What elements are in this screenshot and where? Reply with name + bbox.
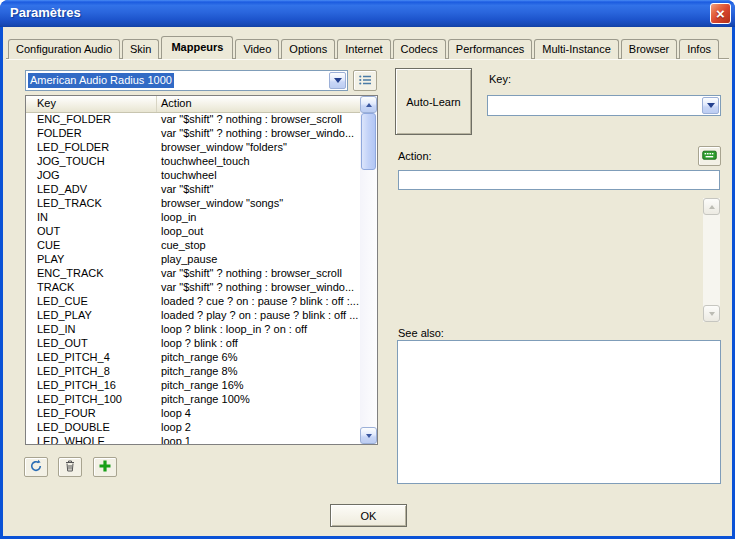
tab-browser[interactable]: Browser: [621, 39, 677, 59]
row-key: LED_PITCH_16: [26, 378, 157, 392]
row-key: ENC_FOLDER: [26, 112, 157, 126]
row-key: LED_CUE: [26, 294, 157, 308]
scroll-thumb[interactable]: [361, 113, 376, 170]
device-select-arrow-button[interactable]: [329, 72, 346, 89]
mapper-table-body: ENC_FOLDER var "$shift" ? nothing : brow…: [26, 112, 360, 444]
dialog-content: Configuration AudioSkinMappeursVideoOpti…: [3, 27, 732, 536]
table-row[interactable]: LED_FOUR loop 4: [26, 406, 360, 420]
row-action: loop 4: [157, 406, 360, 420]
scroll-up-button[interactable]: [703, 198, 720, 215]
row-action: var "$shift" ? nothing : browser_windo..…: [157, 126, 360, 140]
tab-performances[interactable]: Performances: [448, 39, 532, 59]
table-row[interactable]: ENC_TRACK var "$shift" ? nothing : brows…: [26, 266, 360, 280]
row-action: loaded ? play ? on : pause ? blink : off…: [157, 308, 360, 322]
row-key: ENC_TRACK: [26, 266, 157, 280]
table-row[interactable]: LED_IN loop ? blink : loop_in ? on : off: [26, 322, 360, 336]
row-action: pitch_range 6%: [157, 350, 360, 364]
table-row[interactable]: FOLDER var "$shift" ? nothing : browser_…: [26, 126, 360, 140]
delete-mapping-button[interactable]: [58, 457, 82, 477]
tab-infos[interactable]: Infos: [679, 39, 719, 59]
chevron-down-icon: [707, 103, 715, 108]
arrow-down-icon: [366, 434, 372, 438]
row-key: LED_IN: [26, 322, 157, 336]
scroll-down-button[interactable]: [360, 427, 377, 444]
row-key: LED_FOLDER: [26, 140, 157, 154]
close-icon: ×: [716, 6, 725, 21]
row-action: cue_stop: [157, 238, 360, 252]
table-row[interactable]: PLAY play_pause: [26, 252, 360, 266]
row-action: loop 2: [157, 420, 360, 434]
column-header-key[interactable]: Key: [26, 96, 157, 112]
scroll-up-button[interactable]: [360, 96, 377, 113]
add-mapping-button[interactable]: [93, 457, 117, 477]
table-row[interactable]: LED_PITCH_4 pitch_range 6%: [26, 350, 360, 364]
scroll-down-button[interactable]: [703, 305, 720, 322]
table-row[interactable]: LED_WHOLE loop 1: [26, 434, 360, 444]
row-action: loop 1: [157, 434, 360, 444]
close-button[interactable]: ×: [710, 3, 731, 24]
column-header-action[interactable]: Action: [157, 96, 360, 112]
action-helper-button[interactable]: [698, 146, 721, 166]
table-row[interactable]: LED_OUT loop ? blink : off: [26, 336, 360, 350]
reset-mapper-button[interactable]: [24, 457, 48, 477]
table-row[interactable]: JOG_TOUCH touchwheel_touch: [26, 154, 360, 168]
plus-icon: [98, 459, 112, 475]
ok-button[interactable]: OK: [330, 504, 407, 527]
row-action: touchwheel: [157, 168, 360, 182]
table-row[interactable]: LED_FOLDER browser_window "folders": [26, 140, 360, 154]
tab-codecs[interactable]: Codecs: [393, 39, 446, 59]
row-key: LED_OUT: [26, 336, 157, 350]
table-row[interactable]: ENC_FOLDER var "$shift" ? nothing : brow…: [26, 112, 360, 126]
description-scrollbar[interactable]: [703, 198, 720, 322]
table-row[interactable]: LED_CUE loaded ? cue ? on : pause ? blin…: [26, 294, 360, 308]
tab-skin[interactable]: Skin: [122, 39, 159, 59]
row-action: var "$shift" ? nothing : browser_scroll: [157, 112, 360, 126]
row-key: JOG: [26, 168, 157, 182]
table-row[interactable]: OUT loop_out: [26, 224, 360, 238]
auto-learn-button[interactable]: Auto-Learn: [395, 68, 472, 135]
row-key: LED_ADV: [26, 182, 157, 196]
row-key: OUT: [26, 224, 157, 238]
row-action: var "$shift" ? nothing : browser_windo..…: [157, 280, 360, 294]
key-label: Key:: [489, 73, 511, 85]
row-action: pitch_range 16%: [157, 378, 360, 392]
row-key: LED_WHOLE: [26, 434, 157, 444]
device-select[interactable]: American Audio Radius 1000: [25, 70, 348, 91]
table-row[interactable]: LED_DOUBLE loop 2: [26, 420, 360, 434]
see-also-label: See also:: [398, 327, 444, 339]
tab-internet[interactable]: Internet: [337, 39, 390, 59]
row-key: IN: [26, 210, 157, 224]
tab-options[interactable]: Options: [281, 39, 335, 59]
table-row[interactable]: LED_ADV var "$shift": [26, 182, 360, 196]
row-key: LED_PITCH_4: [26, 350, 157, 364]
window-title: Paramètres: [10, 0, 81, 26]
tab-strip: Configuration AudioSkinMappeursVideoOpti…: [8, 37, 721, 59]
table-row[interactable]: CUE cue_stop: [26, 238, 360, 252]
row-action: touchwheel_touch: [157, 154, 360, 168]
table-row[interactable]: TRACK var "$shift" ? nothing : browser_w…: [26, 280, 360, 294]
tab-configuration-audio[interactable]: Configuration Audio: [8, 39, 120, 59]
tab-video[interactable]: Video: [235, 39, 279, 59]
table-row[interactable]: LED_TRACK browser_window "songs": [26, 196, 360, 210]
see-also-list[interactable]: [397, 340, 721, 484]
table-scrollbar[interactable]: [360, 96, 377, 444]
reload-icon: [29, 459, 43, 475]
mapping-table: Key Action ENC_FOLDER var "$shift" ? not…: [25, 95, 378, 445]
title-bar[interactable]: Paramètres ×: [0, 0, 735, 27]
table-row[interactable]: IN loop_in: [26, 210, 360, 224]
action-input[interactable]: [398, 170, 720, 190]
row-key: TRACK: [26, 280, 157, 294]
table-row[interactable]: LED_PITCH_16 pitch_range 16%: [26, 378, 360, 392]
table-row[interactable]: JOG touchwheel: [26, 168, 360, 182]
key-select-arrow-button[interactable]: [702, 97, 719, 114]
row-key: LED_PITCH_8: [26, 364, 157, 378]
row-action: loop_out: [157, 224, 360, 238]
table-row[interactable]: LED_PITCH_8 pitch_range 8%: [26, 364, 360, 378]
key-select[interactable]: [487, 95, 721, 116]
row-action: loop_in: [157, 210, 360, 224]
mapper-list-button[interactable]: [353, 70, 377, 91]
table-row[interactable]: LED_PITCH_100 pitch_range 100%: [26, 392, 360, 406]
tab-multi-instance[interactable]: Multi-Instance: [534, 39, 618, 59]
tab-mappeurs[interactable]: Mappeurs: [161, 36, 233, 59]
table-row[interactable]: LED_PLAY loaded ? play ? on : pause ? bl…: [26, 308, 360, 322]
